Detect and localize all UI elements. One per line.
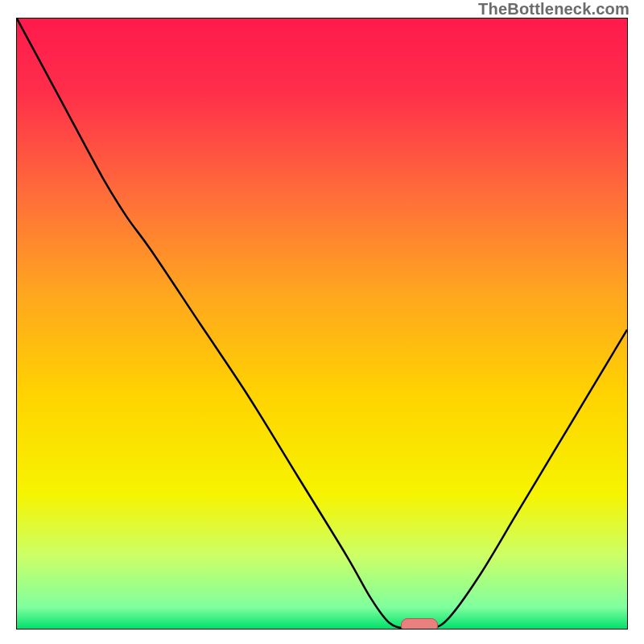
bottleneck-curve [17,19,627,629]
watermark-text: TheBottleneck.com [478,0,630,19]
plot-area [16,18,628,630]
curve-layer [17,19,627,629]
optimal-marker [401,618,438,630]
bottleneck-chart: TheBottleneck.com [0,0,644,644]
